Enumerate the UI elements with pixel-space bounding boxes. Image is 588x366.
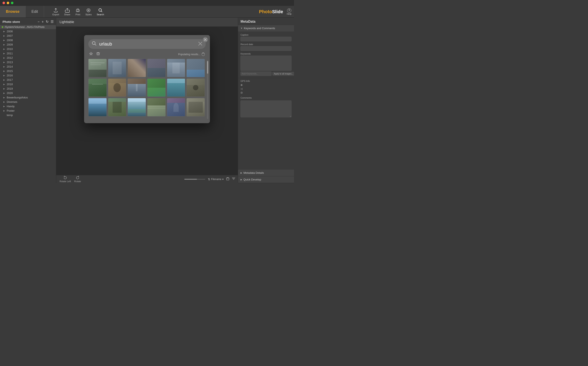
search-results-grid <box>88 59 206 116</box>
caption-input[interactable] <box>240 37 291 41</box>
sidebar-item-2014[interactable]: ▶ 2014 <box>0 64 56 69</box>
rotate-right-button[interactable]: Rotate <box>74 176 81 183</box>
keywords-textarea[interactable] <box>240 56 291 71</box>
right-panel: MetaData ▼ Keywords and Comments Caption… <box>238 18 294 183</box>
search-result-thumb-5[interactable] <box>167 59 185 77</box>
search-result-thumb-8[interactable] <box>108 78 127 97</box>
populating-status: Populating results... <box>178 53 205 56</box>
caption-label: Caption <box>240 34 291 36</box>
share-button[interactable]: Share <box>64 8 70 16</box>
trash-icon[interactable] <box>96 52 100 57</box>
search-result-thumb-11[interactable] <box>167 78 185 97</box>
sidebar-item-2013[interactable]: ▶ 2013 <box>0 60 56 64</box>
app-logo: PhotoSlide <box>259 9 283 15</box>
arrow-icon: ▶ <box>3 110 6 112</box>
maximize-button[interactable] <box>11 2 13 4</box>
menu-icon[interactable]: ☰ <box>51 20 53 24</box>
sidebar-item-temp[interactable]: temp <box>0 113 56 117</box>
sidebar-item-2020[interactable]: ▶ 2020 <box>0 91 56 95</box>
sidebar-item-poster[interactable]: ▶ Poster <box>0 108 56 113</box>
quick-develop-section[interactable]: ▶ Quick Develop <box>238 176 294 183</box>
print-button[interactable]: Print <box>75 8 80 16</box>
gps-location-icon: ◁ <box>240 87 242 90</box>
search-result-thumb-3[interactable] <box>127 59 146 77</box>
expand-icon[interactable]: + <box>42 20 44 24</box>
sidebar-item-2012[interactable]: ▶ 2012 <box>0 56 56 60</box>
search-result-thumb-14[interactable] <box>108 98 127 116</box>
tab-edit[interactable]: Edit <box>26 6 44 17</box>
sidebar-item-2009[interactable]: ▶ 2009 <box>0 42 56 47</box>
title-bar <box>0 0 294 6</box>
metadata-details-section[interactable]: ▶ Metadata Details <box>238 170 294 176</box>
styles-button[interactable]: Styles <box>85 8 92 16</box>
search-result-thumb-2[interactable] <box>108 59 127 77</box>
search-result-thumb-10[interactable] <box>147 78 166 97</box>
arrow-icon: ▶ <box>3 43 6 46</box>
comments-textarea[interactable] <box>240 100 291 117</box>
search-result-thumb-7[interactable] <box>88 78 107 97</box>
sidebar-item-2017[interactable]: ▶ 2017 <box>0 78 56 82</box>
search-button[interactable]: Search <box>97 8 104 16</box>
sidebar-item-2011[interactable]: ▶ 2011 <box>0 51 56 56</box>
bottom-bar: Rotate Left Rotate ⇅ Filename ▾ <box>56 175 238 183</box>
root-path-label: /System/Volumes/.../NAS-ITA/Photo <box>5 26 45 29</box>
search-result-thumb-1[interactable] <box>88 59 107 77</box>
search-result-thumb-18[interactable] <box>186 98 205 116</box>
pin-icon[interactable] <box>89 52 93 57</box>
search-dialog: Populating results... <box>84 35 210 123</box>
keywords-section-header[interactable]: ▼ Keywords and Comments <box>238 25 294 31</box>
toolbar: Browse Edit Export Share <box>0 6 294 18</box>
svg-point-5 <box>88 10 89 10</box>
search-result-thumb-4[interactable] <box>147 59 166 77</box>
styles-icon <box>86 8 91 13</box>
sidebar-item-2016[interactable]: ▶ 2016 <box>0 73 56 78</box>
search-input[interactable] <box>99 41 196 47</box>
search-clear-icon[interactable] <box>198 42 202 47</box>
tab-browse[interactable]: Browse <box>0 6 26 17</box>
close-button[interactable] <box>2 2 5 4</box>
sidebar-root-item[interactable]: /System/Volumes/.../NAS-ITA/Photo <box>0 25 56 29</box>
search-result-thumb-17[interactable] <box>167 98 185 116</box>
delete-button[interactable] <box>226 177 229 181</box>
filter-button[interactable] <box>232 177 235 181</box>
keywords-section: ▼ Keywords and Comments Caption Record d… <box>238 25 294 78</box>
print-icon <box>75 8 80 13</box>
add-keywords-input[interactable] <box>240 72 272 76</box>
dialog-close-button[interactable] <box>203 37 208 42</box>
sidebar-item-2008[interactable]: ▶ 2008 <box>0 38 56 42</box>
chevron-right-icon: ▶ <box>240 178 242 181</box>
search-result-thumb-12[interactable] <box>186 78 205 97</box>
search-scrollbar[interactable] <box>207 60 208 119</box>
sidebar: Photo store − + ↻ ☰ /System/Volumes/.../… <box>0 18 56 183</box>
sidebar-item-handy[interactable]: ▶ Handy <box>0 104 56 108</box>
sidebar-item-2018[interactable]: ▶ 2018 <box>0 82 56 86</box>
search-result-thumb-9[interactable] <box>127 78 146 97</box>
search-result-thumb-6[interactable] <box>186 59 205 77</box>
rotate-left-button[interactable]: Rotate Left <box>60 176 71 183</box>
sidebar-item-2006[interactable]: ▶ 2006 <box>0 29 56 34</box>
zoom-slider[interactable] <box>184 179 205 180</box>
sidebar-item-bewerbungsfotos[interactable]: ▶ Bewerbungsfotos <box>0 95 56 100</box>
gps-label: GPS Info <box>240 80 291 82</box>
minimize-button[interactable] <box>7 2 9 4</box>
sidebar-item-diverses[interactable]: ▶ Diverses <box>0 100 56 104</box>
refresh-icon[interactable]: ↻ <box>46 20 48 24</box>
gps-location-row: ◁ <box>240 87 291 90</box>
sidebar-controls: − + ↻ ☰ <box>37 20 53 24</box>
sidebar-item-2010[interactable]: ▶ 2010 <box>0 47 56 51</box>
sidebar-item-2019[interactable]: ▶ 2019 <box>0 86 56 91</box>
arrow-icon: ▶ <box>3 101 6 103</box>
search-result-thumb-13[interactable] <box>88 98 107 116</box>
sidebar-item-2015[interactable]: ▶ 2015 <box>0 69 56 73</box>
sidebar-item-2007[interactable]: ▶ 2007 <box>0 34 56 38</box>
record-date-input[interactable] <box>240 46 291 51</box>
search-result-thumb-16[interactable] <box>147 98 166 116</box>
populating-label: Populating results... <box>178 53 200 56</box>
collapse-icon[interactable]: − <box>37 20 39 24</box>
export-button[interactable]: Export <box>52 8 59 16</box>
help-button[interactable]: ? Help <box>287 8 291 15</box>
scroll-thumb[interactable] <box>207 61 208 74</box>
sort-select[interactable]: ⇅ Filename ▾ <box>208 177 223 181</box>
apply-all-images-button[interactable]: Apply to all images... <box>272 72 294 76</box>
search-result-thumb-15[interactable] <box>127 98 146 116</box>
